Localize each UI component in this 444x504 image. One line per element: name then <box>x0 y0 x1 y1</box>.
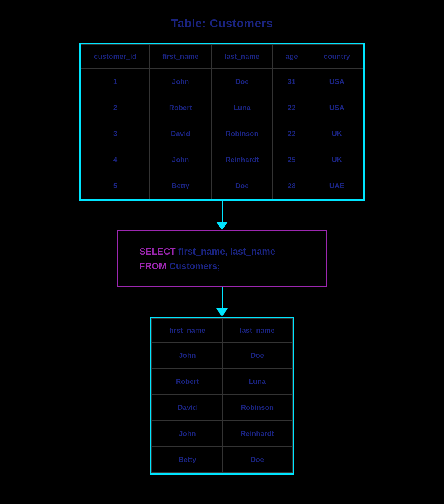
cell-age: 22 <box>272 95 311 121</box>
arrow-head-2 <box>216 308 228 317</box>
cell-first_name: John <box>149 147 212 173</box>
arrow-line-2 <box>222 287 223 308</box>
cell-country: USA <box>311 69 363 95</box>
customers-table: customer_id first_name last_name age cou… <box>81 44 363 200</box>
result-cell-last_name: Luna <box>222 369 292 395</box>
table-header-row: customer_id first_name last_name age cou… <box>81 45 363 69</box>
cell-country: USA <box>311 95 363 121</box>
result-col-header-last-name: last_name <box>222 318 292 343</box>
col-header-first-name: first_name <box>149 45 212 69</box>
result-table: first_name last_name JohnDoeRobertLunaDa… <box>151 318 292 473</box>
result-table-container: first_name last_name JohnDoeRobertLunaDa… <box>150 317 293 475</box>
result-table-row: JohnDoe <box>152 343 292 369</box>
result-table-row: BettyDoe <box>152 447 292 473</box>
cell-last_name: Doe <box>212 69 272 95</box>
col-header-customer-id: customer_id <box>81 45 149 69</box>
cell-customer_id: 4 <box>81 147 149 173</box>
customers-table-container: customer_id first_name last_name age cou… <box>79 43 365 201</box>
result-cell-last_name: Doe <box>222 447 292 473</box>
col-header-age: age <box>272 45 311 69</box>
sql-keyword-from: FROM <box>139 261 167 271</box>
cell-customer_id: 3 <box>81 121 149 147</box>
cell-age: 28 <box>272 173 311 199</box>
page-title: Table: Customers <box>171 17 273 30</box>
result-header-row: first_name last_name <box>152 318 292 343</box>
table-row: 3DavidRobinson22UK <box>81 121 363 147</box>
sql-select-fields: first_name, last_name <box>176 246 275 257</box>
cell-country: UK <box>311 121 363 147</box>
result-cell-first_name: David <box>152 395 222 421</box>
cell-customer_id: 2 <box>81 95 149 121</box>
result-cell-last_name: Doe <box>222 343 292 369</box>
cell-first_name: Robert <box>149 95 212 121</box>
arrow-1 <box>216 201 228 230</box>
cell-country: UAE <box>311 173 363 199</box>
result-table-row: JohnReinhardt <box>152 421 292 447</box>
sql-line-2: FROM Customers; <box>139 259 305 273</box>
cell-age: 25 <box>272 147 311 173</box>
cell-age: 22 <box>272 121 311 147</box>
result-cell-first_name: John <box>152 421 222 447</box>
col-header-last-name: last_name <box>212 45 272 69</box>
cell-last_name: Reinhardt <box>212 147 272 173</box>
table-row: 2RobertLuna22USA <box>81 95 363 121</box>
sql-from-table: Customers; <box>167 261 220 271</box>
arrow-head-1 <box>216 222 228 230</box>
cell-customer_id: 5 <box>81 173 149 199</box>
cell-last_name: Doe <box>212 173 272 199</box>
cell-country: UK <box>311 147 363 173</box>
cell-age: 31 <box>272 69 311 95</box>
result-cell-first_name: Betty <box>152 447 222 473</box>
sql-keyword-select: SELECT <box>139 246 176 257</box>
table-row: 5BettyDoe28UAE <box>81 173 363 199</box>
cell-last_name: Robinson <box>212 121 272 147</box>
cell-first_name: John <box>149 69 212 95</box>
arrow-2 <box>216 287 228 317</box>
cell-first_name: Betty <box>149 173 212 199</box>
result-table-row: DavidRobinson <box>152 395 292 421</box>
col-header-country: country <box>311 45 363 69</box>
cell-customer_id: 1 <box>81 69 149 95</box>
table-row: 1JohnDoe31USA <box>81 69 363 95</box>
cell-first_name: David <box>149 121 212 147</box>
result-cell-first_name: Robert <box>152 369 222 395</box>
table-row: 4JohnReinhardt25UK <box>81 147 363 173</box>
cell-last_name: Luna <box>212 95 272 121</box>
result-cell-last_name: Reinhardt <box>222 421 292 447</box>
result-col-header-first-name: first_name <box>152 318 222 343</box>
arrow-line-1 <box>222 201 223 222</box>
sql-line-1: SELECT first_name, last_name <box>139 244 305 259</box>
result-cell-first_name: John <box>152 343 222 369</box>
result-table-row: RobertLuna <box>152 369 292 395</box>
result-cell-last_name: Robinson <box>222 395 292 421</box>
sql-query-box: SELECT first_name, last_name FROM Custom… <box>117 230 327 287</box>
